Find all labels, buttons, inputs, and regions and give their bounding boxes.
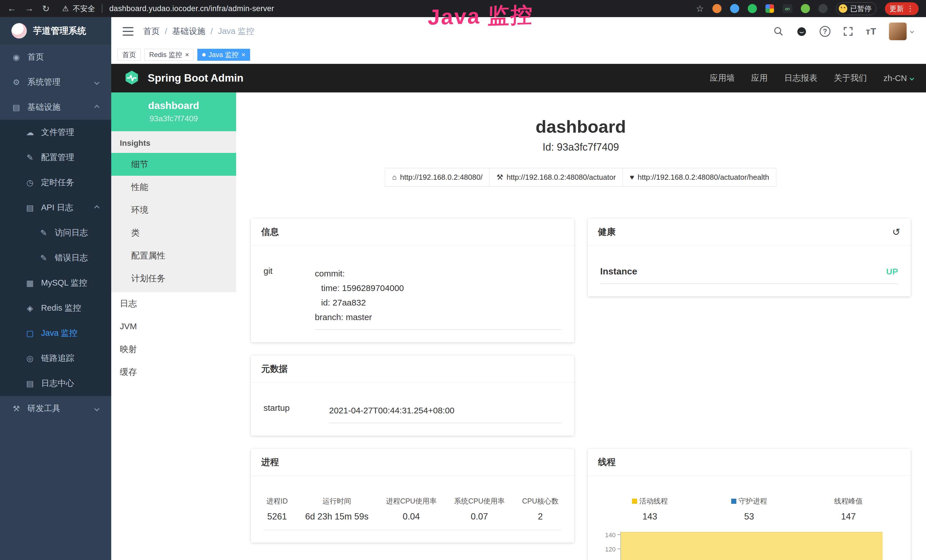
legend-swatch-live bbox=[632, 499, 637, 504]
sidebar-item-label: MySQL 监控 bbox=[41, 277, 87, 289]
paused-label: 已暂停 bbox=[850, 4, 872, 14]
sba-sidebar: dashboard 93a3fc7f7409 Insights 细节 性能 环境… bbox=[111, 92, 236, 560]
sba-item-metrics[interactable]: 性能 bbox=[111, 176, 236, 198]
fullscreen-icon[interactable] bbox=[843, 26, 853, 36]
sidebar-item-file-mgmt[interactable]: ☁ 文件管理 bbox=[0, 120, 111, 145]
extension-icon-puzzle[interactable] bbox=[819, 4, 828, 13]
health-url-button[interactable]: ♥ http://192.168.0.2:48080/actuator/heal… bbox=[623, 168, 776, 186]
sidebar-item-system-mgmt[interactable]: ⚙ 系统管理 bbox=[0, 70, 111, 95]
health-url: http://192.168.0.2:48080/actuator/health bbox=[638, 173, 769, 182]
forward-icon[interactable]: → bbox=[25, 3, 34, 14]
history-icon[interactable]: ↺ bbox=[892, 226, 900, 238]
info-value-git: commit: time: 1596289704000 id: 27aa832 … bbox=[315, 266, 561, 330]
sba-item-logs[interactable]: 日志 bbox=[111, 292, 236, 315]
reload-icon[interactable]: ↻ bbox=[42, 3, 50, 14]
github-icon[interactable] bbox=[796, 26, 807, 37]
sidebar-item-api-logs[interactable]: ▤ API 日志 bbox=[0, 195, 111, 220]
log-icon: ▤ bbox=[25, 203, 35, 212]
sidebar-item-dev-tools[interactable]: ⚒ 研发工具 bbox=[0, 396, 111, 421]
extension-icon-blue[interactable] bbox=[730, 4, 739, 13]
sidebar-item-error-logs[interactable]: ✎ 错误日志 bbox=[0, 245, 111, 271]
sba-item-caches[interactable]: 缓存 bbox=[111, 360, 236, 383]
extension-icon-grid[interactable] bbox=[766, 4, 774, 13]
legend-label: 活动线程 bbox=[639, 496, 668, 506]
sba-brand[interactable]: Spring Boot Admin bbox=[148, 72, 244, 84]
sidebar-item-label: 链路追踪 bbox=[41, 353, 74, 364]
process-pid-value: 5261 bbox=[266, 512, 288, 522]
back-icon[interactable]: ← bbox=[8, 3, 16, 14]
profile-avatar-icon bbox=[839, 4, 847, 13]
url-text[interactable]: dashboard.yudao.iocoder.cn/infra/admin-s… bbox=[109, 4, 274, 13]
tag-home[interactable]: 首页 bbox=[118, 49, 141, 61]
font-size-icon[interactable]: тT bbox=[866, 26, 876, 37]
sba-navbar: Spring Boot Admin 应用墙 应用 日志报表 关于我们 zh-CN bbox=[111, 64, 926, 92]
health-instance-label[interactable]: Instance bbox=[600, 266, 637, 277]
breadcrumb-home[interactable]: 首页 bbox=[143, 26, 160, 37]
close-icon[interactable]: × bbox=[185, 51, 189, 59]
tag-java-monitor[interactable]: Java 监控 × bbox=[197, 49, 250, 61]
sba-locale-select[interactable]: zh-CN bbox=[884, 74, 914, 83]
instance-url-button[interactable]: ⌂ http://192.168.0.2:48080/ bbox=[385, 168, 490, 186]
user-menu[interactable] bbox=[889, 23, 914, 40]
sba-item-classes[interactable]: 类 bbox=[111, 221, 236, 244]
sba-instance-header[interactable]: dashboard 93a3fc7f7409 bbox=[111, 92, 236, 131]
health-status-badge: UP bbox=[886, 267, 898, 277]
card-info-title: 信息 bbox=[261, 226, 279, 238]
sidebar-item-home[interactable]: ◉ 首页 bbox=[0, 44, 111, 70]
extension-icon-leaf[interactable] bbox=[801, 4, 810, 13]
sba-item-scheduled-tasks[interactable]: 计划任务 bbox=[111, 267, 236, 290]
sidebar-item-tracing[interactable]: ◎ 链路追踪 bbox=[0, 346, 111, 371]
extension-icon-toggle-on[interactable]: on bbox=[782, 4, 792, 13]
sidebar-item-config-mgmt[interactable]: ✎ 配置管理 bbox=[0, 145, 111, 170]
address-bar[interactable]: ⚠ 不安全 dashboard.yudao.iocoder.cn/infra/a… bbox=[62, 4, 274, 14]
pencil-icon: ✎ bbox=[39, 253, 48, 263]
sba-nav-wallboard[interactable]: 应用墙 bbox=[710, 73, 735, 84]
instance-title: dashboard bbox=[251, 117, 911, 137]
sidebar-item-redis-monitor[interactable]: ◈ Redis 监控 bbox=[0, 295, 111, 321]
cpu-cores-value: 2 bbox=[522, 512, 559, 522]
profile-paused-chip[interactable]: 已暂停 bbox=[836, 2, 876, 15]
url-separator bbox=[102, 4, 102, 13]
search-icon[interactable] bbox=[773, 26, 784, 36]
sidebar-item-java-monitor[interactable]: ▢ Java 监控 bbox=[0, 321, 111, 346]
bookmark-star-icon[interactable]: ☆ bbox=[696, 3, 704, 14]
sba-item-config-props[interactable]: 配置属性 bbox=[111, 244, 236, 267]
sba-nav-journal[interactable]: 日志报表 bbox=[784, 73, 817, 84]
breadcrumb-separator: / bbox=[210, 27, 213, 36]
info-line: branch: master bbox=[315, 310, 561, 324]
sba-item-mappings[interactable]: 映射 bbox=[111, 338, 236, 360]
extension-icon-orange[interactable] bbox=[713, 4, 722, 13]
sba-nav-about[interactable]: 关于我们 bbox=[834, 73, 867, 84]
clock-icon: ◷ bbox=[25, 178, 35, 188]
process-cpu-value: 0.04 bbox=[386, 512, 437, 522]
actuator-url-button[interactable]: ⚒ http://192.168.0.2:48080/actuator bbox=[489, 168, 623, 186]
threads-legend: 活动线程 143 守护进程 53 线程峰值 14 bbox=[600, 496, 898, 522]
daemon-threads-value: 53 bbox=[699, 512, 799, 522]
legend-label: 守护进程 bbox=[738, 496, 767, 506]
sba-nav-applications[interactable]: 应用 bbox=[751, 73, 768, 84]
browser-update-button[interactable]: 更新 ⋮ bbox=[885, 2, 918, 15]
sidebar-item-log-center[interactable]: ▤ 日志中心 bbox=[0, 371, 111, 396]
sba-insights-group: Insights 细节 性能 环境 类 配置属性 计划任务 bbox=[111, 131, 236, 292]
breadcrumb-infrastructure[interactable]: 基础设施 bbox=[172, 26, 205, 37]
close-icon[interactable]: × bbox=[241, 51, 245, 59]
tag-redis-monitor[interactable]: Redis 监控 × bbox=[144, 49, 194, 61]
sidebar-item-infrastructure[interactable]: ▤ 基础设施 bbox=[0, 95, 111, 120]
sba-item-details[interactable]: 细节 bbox=[111, 153, 236, 176]
sidebar-item-mysql-monitor[interactable]: ▦ MySQL 监控 bbox=[0, 271, 111, 295]
update-label: 更新 bbox=[890, 4, 904, 14]
monitor-icon: ▢ bbox=[25, 328, 35, 338]
active-dot-icon bbox=[202, 53, 206, 56]
help-icon[interactable]: ? bbox=[820, 26, 831, 37]
app-logo-row[interactable]: 芋道管理系统 bbox=[0, 17, 111, 44]
sba-item-environment[interactable]: 环境 bbox=[111, 198, 236, 221]
sidebar-item-access-logs[interactable]: ✎ 访问日志 bbox=[0, 220, 111, 245]
browser-menu-icon[interactable]: ⋮ bbox=[906, 4, 914, 13]
sidebar-item-label: 基础设施 bbox=[27, 101, 61, 113]
tag-label: 首页 bbox=[123, 50, 136, 59]
sidebar-item-scheduled-jobs[interactable]: ◷ 定时任务 bbox=[0, 170, 111, 195]
hamburger-icon[interactable] bbox=[123, 27, 133, 36]
sba-item-jvm[interactable]: JVM bbox=[111, 315, 236, 338]
extension-icon-green[interactable] bbox=[748, 4, 757, 13]
process-table: 进程ID 5261 运行时间 6d 23h 15m 59s 进程CPU使用率 bbox=[263, 496, 561, 530]
